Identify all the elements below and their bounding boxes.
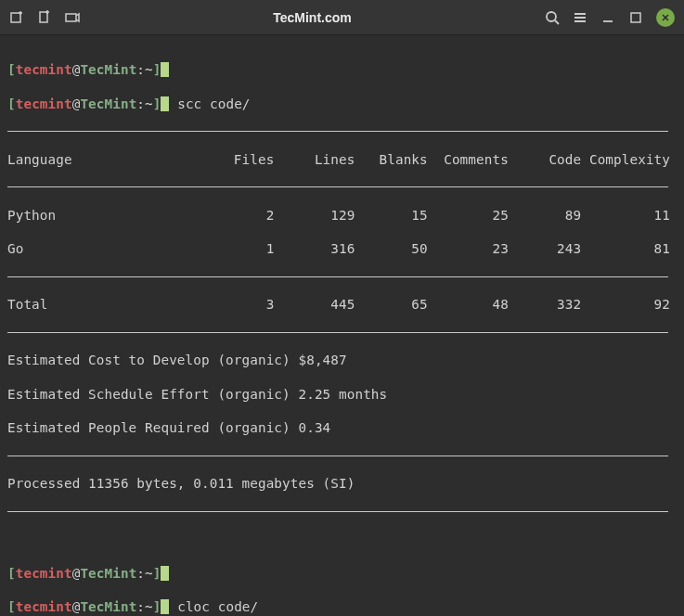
- divider: [7, 511, 668, 512]
- prompt-line-scc: [tecmint@TecMint:~] scc code/: [7, 96, 677, 112]
- svg-rect-2: [66, 14, 76, 21]
- prompt-line-cloc: [tecmint@TecMint:~] cloc code/: [7, 598, 677, 615]
- minimize-icon[interactable]: [600, 10, 615, 25]
- divider: [7, 131, 668, 132]
- divider: [7, 332, 668, 333]
- titlebar-right: [545, 8, 675, 27]
- cursor-icon: [161, 62, 169, 77]
- new-window-icon[interactable]: [37, 10, 52, 25]
- svg-rect-1: [40, 12, 47, 22]
- table-row: Go 1 316 50 23 243 81: [7, 240, 677, 257]
- blank-line: [7, 531, 677, 547]
- cursor-icon: [161, 566, 169, 581]
- titlebar: TecMint.com: [0, 0, 684, 35]
- cursor-icon: [161, 599, 169, 614]
- prompt-line: [tecmint@TecMint:~]: [7, 61, 677, 78]
- broadcast-icon[interactable]: [65, 10, 80, 25]
- divider: [7, 186, 668, 187]
- scc-est-cost: Estimated Cost to Develop (organic) $8,4…: [7, 352, 677, 368]
- svg-point-3: [547, 12, 556, 21]
- prompt-line: [tecmint@TecMint:~]: [7, 565, 677, 582]
- maximize-icon[interactable]: [628, 10, 643, 25]
- table-row: Python 2 129 15 25 89 11: [7, 207, 677, 224]
- scc-est-people: Estimated People Required (organic) 0.34: [7, 419, 677, 436]
- scc-total-row: Total 3 445 65 48 332 92: [7, 296, 677, 313]
- divider: [7, 276, 668, 277]
- scc-processed: Processed 11356 bytes, 0.011 megabytes (…: [7, 475, 677, 492]
- close-button[interactable]: [656, 8, 675, 27]
- command-text: cloc code/: [177, 599, 258, 614]
- svg-rect-0: [11, 13, 20, 22]
- window-title: TecMint.com: [80, 10, 545, 25]
- search-icon[interactable]: [545, 10, 560, 25]
- scc-est-sched: Estimated Schedule Effort (organic) 2.25…: [7, 386, 677, 403]
- svg-rect-4: [631, 13, 640, 22]
- cursor-icon: [161, 96, 169, 111]
- menu-icon[interactable]: [573, 10, 587, 25]
- scc-header-row: Language Files Lines Blanks Comments Cod…: [7, 151, 677, 168]
- divider: [7, 456, 668, 456]
- titlebar-left: [9, 10, 80, 25]
- command-text: scc code/: [177, 96, 250, 111]
- new-tab-icon[interactable]: [9, 10, 24, 25]
- terminal-output[interactable]: [tecmint@TecMint:~] [tecmint@TecMint:~] …: [0, 35, 684, 616]
